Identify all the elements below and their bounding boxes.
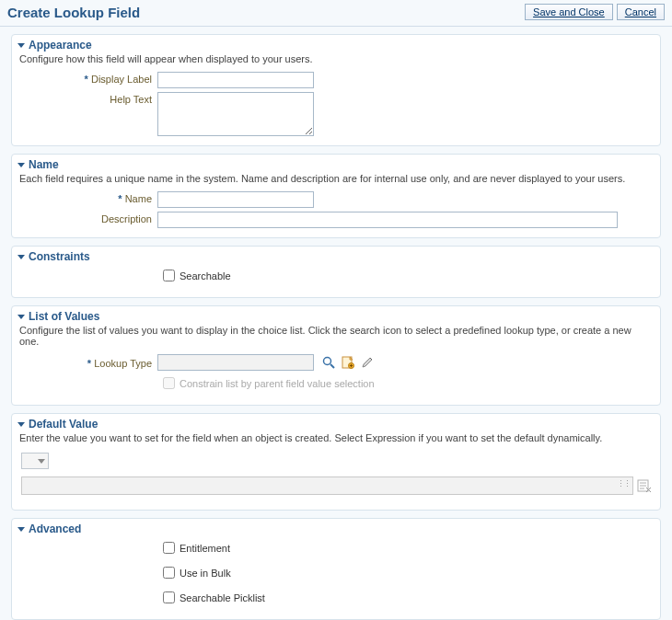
section-desc: Enter the value you want to set for the …: [12, 432, 660, 449]
search-icon[interactable]: [320, 354, 337, 371]
section-appearance: Appearance Configure how this field will…: [11, 34, 661, 146]
default-value-type-select[interactable]: [21, 453, 49, 469]
searchable-picklist-label: Searchable Picklist: [180, 592, 265, 603]
constrain-checkbox: [163, 377, 175, 389]
page-title: Create Lookup Field: [7, 5, 140, 20]
section-title: Default Value: [29, 418, 98, 431]
searchable-label: Searchable: [180, 270, 231, 281]
page-header: Create Lookup Field Save and Close Cance…: [0, 0, 672, 27]
display-label-label: * Display Label: [19, 72, 157, 85]
help-text-label: Help Text: [19, 92, 157, 105]
svg-point-0: [324, 358, 331, 365]
header-buttons: Save and Close Cancel: [525, 4, 665, 20]
section-title: Appearance: [29, 39, 92, 52]
save-and-close-button[interactable]: Save and Close: [525, 4, 613, 20]
section-advanced: Advanced Entitlement Use in Bulk Searcha…: [11, 518, 661, 620]
section-title: Constraints: [29, 250, 90, 263]
svg-line-1: [330, 364, 334, 368]
constrain-label: Constrain list by parent field value sel…: [180, 378, 375, 389]
section-default-value: Default Value Enter the value you want t…: [11, 413, 661, 511]
collapse-icon[interactable]: [17, 527, 25, 532]
name-input[interactable]: [157, 191, 314, 208]
section-constraints: Constraints Searchable: [11, 246, 661, 298]
lookup-type-label: * Lookup Type: [19, 356, 157, 369]
collapse-icon[interactable]: [17, 43, 25, 48]
section-name: Name Each field requires a unique name i…: [11, 154, 661, 238]
cancel-button[interactable]: Cancel: [617, 4, 665, 20]
section-desc: Configure the list of values you want to…: [12, 325, 660, 352]
use-in-bulk-label: Use in Bulk: [180, 568, 231, 579]
description-input[interactable]: [157, 212, 618, 228]
collapse-icon[interactable]: [17, 255, 25, 259]
collapse-icon[interactable]: [17, 315, 25, 319]
searchable-checkbox[interactable]: [163, 270, 175, 281]
section-title: Advanced: [29, 522, 81, 535]
description-label: Description: [19, 212, 157, 224]
lookup-type-input: [157, 354, 314, 371]
name-label: * Name: [19, 191, 157, 204]
entitlement-label: Entitlement: [180, 543, 230, 554]
searchable-picklist-checkbox[interactable]: [163, 591, 175, 603]
expression-builder-icon[interactable]: [636, 477, 653, 494]
default-value-input: [21, 476, 633, 495]
collapse-icon[interactable]: [17, 163, 25, 167]
display-label-input[interactable]: [157, 72, 314, 88]
section-title: Name: [29, 158, 59, 171]
help-text-textarea[interactable]: [157, 92, 314, 136]
use-in-bulk-checkbox[interactable]: [163, 567, 175, 579]
collapse-icon[interactable]: [17, 422, 25, 427]
section-list-of-values: List of Values Configure the list of val…: [11, 305, 661, 406]
create-new-icon[interactable]: [340, 354, 356, 371]
section-title: List of Values: [29, 310, 99, 323]
entitlement-checkbox[interactable]: [163, 542, 175, 554]
edit-icon[interactable]: [359, 354, 376, 371]
section-desc: Configure how this field will appear whe…: [12, 53, 660, 70]
section-desc: Each field requires a unique name in the…: [12, 173, 660, 189]
